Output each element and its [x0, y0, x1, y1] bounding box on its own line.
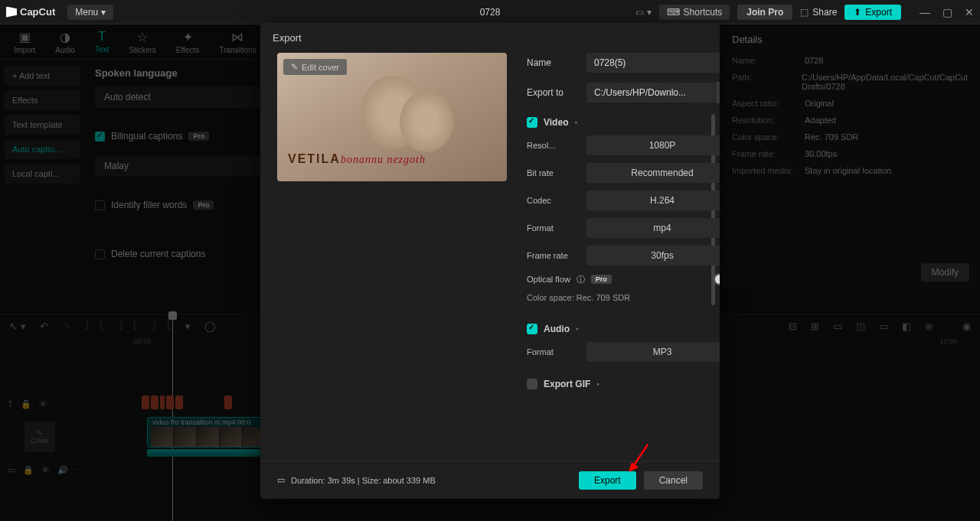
shield-tool[interactable]: ◯ — [204, 321, 216, 332]
filler-checkbox[interactable] — [95, 200, 105, 210]
video-format-select[interactable]: mp4 — [586, 218, 720, 238]
video-checkbox[interactable] — [527, 117, 537, 128]
caption-segment[interactable] — [160, 396, 165, 409]
exportto-input[interactable] — [586, 83, 717, 103]
keyboard-icon: ⌨ — [667, 7, 680, 18]
tool-e[interactable]: ▭ — [879, 321, 888, 332]
close-button[interactable]: ✕ — [965, 6, 974, 18]
eye-icon[interactable]: 👁 — [39, 399, 47, 409]
transitions-icon: ⋈ — [231, 30, 243, 44]
redo-button[interactable]: ↷ — [62, 321, 70, 332]
collapse-dot-icon: ▪ — [574, 119, 577, 126]
gif-checkbox[interactable] — [527, 379, 537, 389]
zoom-slider[interactable]: ◉ — [962, 321, 971, 332]
caption-segment[interactable] — [224, 396, 232, 409]
audio-strip[interactable] — [147, 449, 273, 457]
layout-icon[interactable]: ▭ ▾ — [635, 7, 651, 18]
resolution-select[interactable]: 1080P — [586, 135, 720, 155]
sidebar-local-captions[interactable]: Local capti... — [5, 164, 80, 184]
sidebar-text-template[interactable]: Text template — [5, 115, 80, 135]
lock-icon[interactable]: 🔒 — [21, 399, 31, 409]
tab-import[interactable]: ▣Import — [8, 27, 41, 57]
project-title: 0728 — [480, 7, 501, 18]
split-left-tool[interactable]: 〕〔 — [118, 319, 138, 333]
framerate-select[interactable]: 30fps — [586, 246, 720, 265]
audio-checkbox[interactable] — [527, 324, 537, 334]
minimize-button[interactable]: — — [920, 6, 930, 18]
video-clip[interactable]: video fro transaltion m.mp4 00:0 — [147, 417, 273, 448]
film-icon: ▭ — [277, 475, 285, 485]
info-icon[interactable]: ⓘ — [577, 274, 585, 285]
tool-d[interactable]: ◫ — [856, 321, 865, 332]
modify-button[interactable]: Modify — [921, 263, 969, 282]
video-section-head[interactable]: Video ▪ — [527, 117, 720, 128]
collapse-dot-icon: ▪ — [596, 380, 599, 388]
caption-segment[interactable] — [166, 396, 174, 409]
caption-segment[interactable] — [175, 396, 183, 409]
speaker-icon[interactable]: 🔊 — [57, 465, 68, 475]
join-pro-button[interactable]: Join Pro — [737, 5, 792, 20]
title-bar: CapCut Menu ▾ 0728 ▭ ▾ ⌨ Shortcuts Join … — [0, 0, 980, 24]
name-input[interactable] — [586, 53, 720, 73]
export-form: Name Export to 🗀 Video ▪ Resol...1080P B… — [527, 53, 720, 454]
bilingual-checkbox[interactable] — [95, 132, 105, 142]
audio-track-icon[interactable]: ▭ — [8, 465, 15, 475]
cover-cell[interactable]: ✎ Cover — [24, 422, 55, 452]
gif-section-head[interactable]: Export GIF ▪ — [527, 379, 720, 389]
tool-g[interactable]: ⊕ — [925, 321, 933, 332]
stickers-icon: ☆ — [137, 30, 148, 44]
eye-icon[interactable]: 👁 — [41, 465, 50, 475]
modal-title: Export — [260, 23, 720, 53]
export-modal: Export ✎ Edit cover VETILAbonannu nezgot… — [260, 23, 720, 499]
sidebar-auto-captions[interactable]: Auto captio... — [5, 139, 80, 159]
shortcuts-button[interactable]: ⌨ Shortcuts — [659, 5, 730, 20]
tool-b[interactable]: ⊞ — [811, 321, 819, 332]
pointer-tool[interactable]: ↖ ▾ — [9, 321, 26, 332]
marker-tool[interactable]: ▾ — [185, 321, 191, 332]
sidebar-effects[interactable]: Effects — [5, 90, 80, 110]
tab-text[interactable]: TText — [89, 27, 115, 57]
tab-transitions[interactable]: ⋈Transitions — [213, 27, 263, 57]
pencil-icon: ✎ — [37, 429, 43, 437]
bitrate-select[interactable]: Recommended — [586, 163, 720, 183]
capcut-icon — [6, 7, 17, 18]
export-top-button[interactable]: ⬆ Export — [844, 5, 901, 20]
undo-button[interactable]: ↶ — [40, 321, 48, 332]
tool-a[interactable]: ⊟ — [789, 321, 797, 332]
colorspace-info: Color space: Rec. 709 SDR — [527, 293, 720, 302]
sidebar-add-text[interactable]: Add text — [5, 66, 80, 86]
share-icon: ⬚ — [800, 7, 808, 18]
language-chip[interactable]: Malay — [95, 155, 263, 177]
audio-section-head[interactable]: Audio ▪ — [527, 324, 720, 334]
browse-folder-button[interactable]: 🗀 — [717, 82, 720, 103]
tool-c[interactable]: ▭ — [833, 321, 842, 332]
tool-f[interactable]: ◧ — [902, 321, 911, 332]
share-button[interactable]: ⬚ Share — [800, 7, 837, 18]
text-track-controls: T 🔒 👁 — [8, 399, 122, 409]
name-label: Name — [527, 57, 586, 68]
codec-select[interactable]: H.264 — [586, 190, 720, 210]
split-right-tool[interactable]: 〕〔 — [152, 319, 172, 333]
auto-detect-chip[interactable]: Auto detect — [95, 86, 263, 108]
text-track-icon[interactable]: T — [8, 399, 13, 409]
modal-footer: ▭ Duration: 3m 39s | Size: about 339 MB … — [260, 461, 720, 499]
lock-icon[interactable]: 🔒 — [23, 465, 34, 475]
optical-flow-row: Optical flow ⓘ Pro — [527, 273, 720, 285]
app-name: CapCut — [20, 6, 55, 18]
tab-stickers[interactable]: ☆Stickers — [122, 27, 162, 57]
import-icon: ▣ — [19, 30, 31, 44]
maximize-button[interactable]: ▢ — [942, 6, 952, 18]
tab-audio[interactable]: ◑Audio — [49, 27, 81, 57]
caption-segment[interactable] — [151, 396, 158, 409]
cancel-button[interactable]: Cancel — [644, 471, 703, 490]
caption-segment[interactable] — [142, 396, 149, 409]
more-icon[interactable]: ⋯ — [76, 465, 84, 475]
export-button[interactable]: Export — [579, 471, 636, 490]
menu-button[interactable]: Menu ▾ — [67, 5, 113, 20]
split-tool[interactable]: 〕〔 — [84, 319, 104, 333]
edit-cover-button[interactable]: ✎ Edit cover — [283, 59, 347, 75]
delete-captions-checkbox[interactable] — [95, 249, 105, 259]
audio-format-select[interactable]: MP3 — [586, 342, 720, 362]
tab-effects[interactable]: ✦Effects — [170, 27, 205, 57]
pro-badge: Pro — [591, 275, 612, 284]
